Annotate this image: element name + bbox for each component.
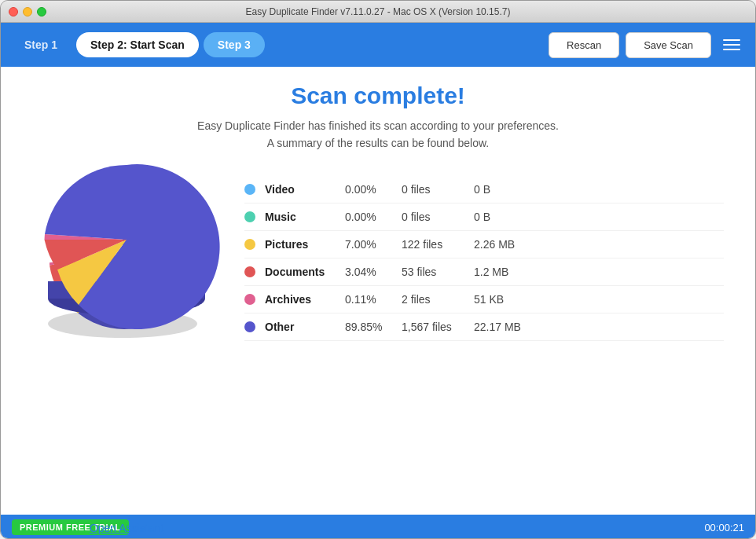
- legend-files-other: 1,567 files: [402, 321, 464, 333]
- main-content: Scan complete! Easy Duplicate Finder has…: [1, 67, 755, 515]
- legend-dot-other: [244, 321, 255, 332]
- legend-size-pictures: 2.26 MB: [474, 238, 529, 251]
- legend-row-other: Other 89.85% 1,567 files 22.17 MB: [244, 314, 724, 341]
- pie-top-back: [45, 165, 127, 240]
- navbar: Step 1 Step 2: Start Scan Step 3 Rescan …: [1, 23, 755, 67]
- menu-icon-line1: [723, 39, 740, 41]
- legend-pct-other: 89.85%: [345, 321, 392, 333]
- legend-name-music: Music: [265, 211, 336, 223]
- legend-pct-archives: 0.11%: [345, 293, 392, 306]
- legend-row-music: Music 0.00% 0 files 0 B: [244, 204, 724, 231]
- menu-button[interactable]: [717, 31, 746, 59]
- legend-dot-pictures: [244, 239, 255, 250]
- legend-pct-pictures: 7.00%: [345, 238, 392, 251]
- menu-icon-line2: [723, 44, 740, 46]
- legend-name-archives: Archives: [265, 293, 336, 306]
- legend-row-documents: Documents 3.04% 53 files 1.2 MB: [244, 258, 724, 286]
- legend-pct-music: 0.00%: [345, 211, 392, 223]
- rescan-button[interactable]: Rescan: [549, 32, 619, 58]
- legend-files-archives: 2 files: [402, 293, 464, 306]
- step1-tab[interactable]: Step 1: [10, 32, 72, 57]
- legend-files-music: 0 files: [402, 211, 464, 223]
- legend-files-documents: 53 files: [402, 266, 464, 278]
- legend-dot-documents: [244, 266, 255, 277]
- legend-size-video: 0 B: [474, 183, 529, 196]
- legend-row-video: Video 0.00% 0 files 0 B: [244, 176, 724, 204]
- titlebar: Easy Duplicate Finder v7.11.0.27 - Mac O…: [1, 1, 755, 23]
- legend-size-archives: 51 KB: [474, 293, 529, 306]
- minimize-button[interactable]: [23, 7, 32, 16]
- legend-name-video: Video: [265, 183, 336, 196]
- save-scan-button[interactable]: Save Scan: [626, 32, 711, 58]
- window-title: Easy Duplicate Finder v7.11.0.27 - Mac O…: [246, 6, 511, 17]
- legend-dot-video: [244, 184, 255, 195]
- legend-row-archives: Archives 0.11% 2 files 51 KB: [244, 286, 724, 314]
- pie-chart-container: Open Assistant: [32, 168, 221, 534]
- legend-pct-documents: 3.04%: [345, 266, 392, 278]
- results-section: Open Assistant Video 0.00% 0 files 0 B M…: [32, 168, 724, 534]
- step3-tab[interactable]: Step 3: [204, 32, 265, 57]
- close-button[interactable]: [9, 7, 18, 16]
- menu-icon-line3: [723, 49, 740, 50]
- legend-files-video: 0 files: [402, 183, 464, 196]
- legend-pct-video: 0.00%: [345, 183, 392, 196]
- legend-table: Video 0.00% 0 files 0 B Music 0.00% 0 fi…: [244, 176, 724, 341]
- legend-size-music: 0 B: [474, 211, 529, 223]
- nav-right: Rescan Save Scan: [549, 31, 746, 59]
- maximize-button[interactable]: [37, 7, 46, 16]
- legend-dot-music: [244, 211, 255, 222]
- scan-title: Scan complete!: [32, 82, 724, 109]
- step2-tab[interactable]: Step 2: Start Scan: [76, 32, 199, 57]
- legend-size-other: 22.17 MB: [474, 321, 529, 333]
- legend-files-pictures: 122 files: [402, 238, 464, 251]
- scan-subtitle: Easy Duplicate Finder has finished its s…: [32, 117, 724, 152]
- legend-name-documents: Documents: [265, 266, 336, 278]
- open-assistant-link[interactable]: Open Assistant: [90, 522, 163, 534]
- pie-chart-3d: [32, 153, 221, 334]
- legend-dot-archives: [244, 294, 255, 305]
- traffic-lights: [9, 7, 46, 16]
- legend-row-pictures: Pictures 7.00% 122 files 2.26 MB: [244, 231, 724, 258]
- legend-name-pictures: Pictures: [265, 238, 336, 251]
- legend-size-documents: 1.2 MB: [474, 266, 529, 278]
- legend-name-other: Other: [265, 321, 336, 333]
